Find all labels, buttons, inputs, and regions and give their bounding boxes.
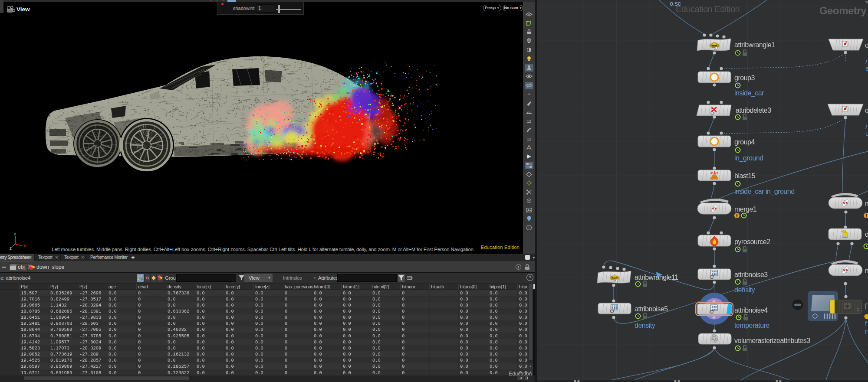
svg-text:attribnoise5: attribnoise5 — [635, 305, 668, 313]
svg-text:m: m — [865, 267, 868, 274]
svg-text:inside_car: inside_car — [734, 89, 764, 97]
svg-text:pyrosource2: pyrosource2 — [734, 238, 770, 245]
svg-text:group3: group3 — [734, 74, 755, 82]
svg-text:u: u — [865, 130, 868, 137]
svg-text:blast15: blast15 — [734, 172, 756, 180]
svg-text:attribwrangle1: attribwrangle1 — [734, 41, 775, 49]
svg-text:group4: group4 — [734, 138, 755, 146]
svg-text:attribdelete3: attribdelete3 — [736, 107, 771, 114]
svg-text:e: e — [865, 65, 868, 72]
svg-text:density: density — [635, 322, 655, 329]
svg-text:merge1: merge1 — [734, 206, 757, 213]
svg-text:o: o — [865, 42, 868, 49]
svg-text:temperature: temperature — [734, 322, 769, 329]
svg-text:inside_car in_ground: inside_car in_ground — [734, 188, 795, 196]
svg-text:attribwrangle11: attribwrangle11 — [635, 274, 678, 281]
svg-text:o: o — [865, 107, 868, 114]
svg-text:Education Edition: Education Edition — [676, 4, 740, 14]
svg-text:density: density — [734, 286, 755, 294]
svg-text:attribnoise3: attribnoise3 — [734, 271, 768, 278]
svg-text:Geometry: Geometry — [819, 5, 867, 16]
svg-text:volumerasterizeattributes3: volumerasterizeattributes3 — [734, 337, 810, 344]
svg-text:d: d — [865, 231, 868, 238]
svg-text:m: m — [865, 200, 868, 207]
svg-text:in_ground: in_ground — [734, 154, 763, 162]
svg-text:attribnoise4: attribnoise4 — [734, 307, 768, 314]
